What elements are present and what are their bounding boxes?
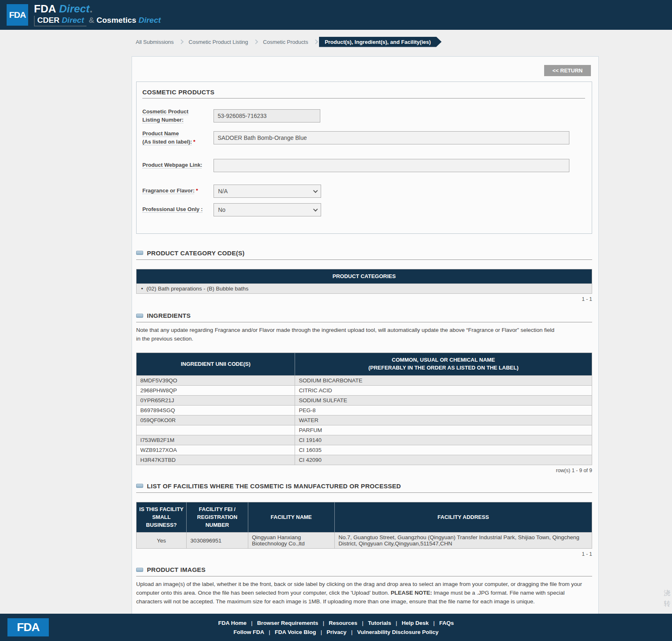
- separator: |: [323, 620, 324, 626]
- divider: [136, 259, 592, 260]
- facilities-table: IS THIS FACILITY SMALL BUSINESS? FACILIT…: [136, 502, 592, 549]
- label-text: Fragrance or Flavor:: [142, 187, 194, 194]
- footer-links-row1: FDA Home|Browser Requirements|Resources|…: [0, 619, 672, 628]
- footer-link-resources[interactable]: Resources: [329, 620, 358, 626]
- listing-number-row: Cosmetic Product Listing Number:: [142, 108, 585, 124]
- footer-link-help-desk[interactable]: Help Desk: [402, 620, 429, 626]
- section-header: PRODUCT IMAGES: [136, 566, 592, 573]
- collapse-icon[interactable]: [136, 251, 143, 255]
- unii-cell: B697894SGQ: [137, 405, 295, 415]
- fragrance-flavor-select[interactable]: N/A: [214, 185, 321, 198]
- table-row: I753WB2F1MCI 19140: [137, 435, 592, 445]
- panel-title: COSMETIC PRODUCTS: [142, 89, 585, 96]
- divider: [136, 492, 592, 493]
- note-bold-text: PLEASE NOTE:: [391, 590, 432, 596]
- chevron-right-icon: [179, 39, 183, 44]
- footer-links: FDA Home|Browser Requirements|Resources|…: [0, 614, 672, 637]
- return-button[interactable]: << RETURN: [544, 65, 591, 76]
- listing-number-label: Cosmetic Product Listing Number:: [142, 108, 214, 124]
- label-text: Product Name: [142, 130, 179, 137]
- chevron-right-icon: [313, 39, 318, 44]
- breadcrumb-cosmetic-product-listing[interactable]: Cosmetic Product Listing: [185, 39, 252, 45]
- column-header-chemical-name: COMMON, USUAL OR CHEMICAL NAME(PREFERABL…: [295, 353, 592, 376]
- column-header-small-business: IS THIS FACILITY SMALL BUSINESS?: [137, 502, 187, 533]
- app-header: FDA FDA Direct. CDER Direct & Cosmetics …: [0, 0, 672, 30]
- breadcrumb-all-submissions[interactable]: All Submissions: [132, 39, 178, 45]
- webpage-link-field[interactable]: [214, 159, 569, 172]
- pagination-label: row(s) 1 - 9 of 9: [136, 468, 592, 473]
- unii-cell: WZB9127XOA: [137, 445, 295, 455]
- fda-footer-logo: FDA: [7, 618, 49, 636]
- breadcrumb-cosmetic-products[interactable]: Cosmetic Products: [259, 39, 312, 45]
- footer-links-row2: Follow FDA|FDA Voice Blog|Privacy|Vulner…: [0, 628, 672, 637]
- label-text: (As listed on label):: [142, 139, 192, 145]
- ingredients-section: INGREDIENTS Note that any update regardi…: [136, 312, 592, 473]
- category-text: (02) Bath preparations - (B) Bubble bath…: [146, 286, 249, 292]
- footer-link-browser-requirements[interactable]: Browser Requirements: [257, 620, 318, 626]
- pagination-label: 1 - 1: [136, 296, 592, 302]
- collapse-icon[interactable]: [136, 484, 143, 488]
- separator: |: [433, 620, 435, 626]
- chevron-down-icon: [313, 188, 318, 192]
- name-cell: PEG-8: [295, 405, 592, 415]
- listing-number-field[interactable]: [214, 109, 320, 122]
- product-name-row: Product Name (As listed on label):*: [142, 130, 585, 146]
- webpage-link-row: Product Webpage Link:: [142, 159, 585, 172]
- column-header-unii: INGREDIENT UNII CODE(S): [137, 353, 295, 376]
- required-asterisk: *: [193, 139, 195, 145]
- section-title: PRODUCT CATEGORY CODE(S): [147, 250, 245, 257]
- facility-name-cell: Qingyuan Hanxiang Biotechnology Co.,ltd: [248, 533, 334, 549]
- brand-dot: .: [89, 2, 92, 15]
- section-header: LIST OF FACILITIES WHERE THE COSMETIC IS…: [136, 483, 592, 490]
- table-row: 8MDF5V39QOSODIUM BICARBONATE: [137, 375, 592, 385]
- footer-link-faqs[interactable]: FAQs: [439, 620, 454, 626]
- footer-link-fda-home[interactable]: FDA Home: [218, 620, 247, 626]
- product-name-field[interactable]: [214, 131, 569, 144]
- footer-link-vulnerability-disclosure[interactable]: Vulnerability Disclosure Policy: [357, 629, 439, 635]
- product-categories-table: PRODUCT CATEGORIES •(02) Bath preparatio…: [136, 269, 592, 294]
- unii-cell: H3R47K3TBD: [137, 455, 295, 465]
- fda-logo: FDA: [7, 4, 28, 26]
- name-cell: CITRIC ACID: [295, 385, 592, 395]
- name-cell: CI 19140: [295, 435, 592, 445]
- table-row: B697894SGQPEG-8: [137, 405, 592, 415]
- ingredients-note: Note that any update regarding Fragrance…: [136, 326, 592, 343]
- professional-use-selected-value: No: [218, 206, 226, 213]
- facilities-section: LIST OF FACILITIES WHERE THE COSMETIC IS…: [136, 483, 592, 557]
- name-cell: PARFUM: [295, 425, 592, 435]
- column-header-facility-name: FACILITY NAME: [248, 502, 334, 533]
- footer-link-follow-fda[interactable]: Follow FDA: [233, 629, 264, 635]
- watermark-char: 浇: [664, 588, 672, 598]
- table-row: WZB9127XOACI 16035: [137, 445, 592, 455]
- brand-cder-direct-text: Direct: [62, 16, 84, 24]
- collapse-icon[interactable]: [136, 314, 143, 318]
- brand-ampersand: &: [89, 16, 94, 24]
- column-header-facility-address: FACILITY ADDRESS: [334, 502, 592, 533]
- footer-link-privacy[interactable]: Privacy: [326, 629, 346, 635]
- table-row: •(02) Bath preparations - (B) Bubble bat…: [137, 284, 592, 294]
- collapse-icon[interactable]: [136, 568, 143, 572]
- cosmetic-products-form: Cosmetic Product Listing Number: Product…: [142, 108, 585, 216]
- facility-address-cell: No.7, Guangtuo Street, Guangzhou (Qingyu…: [334, 533, 592, 549]
- professional-use-select[interactable]: No: [214, 203, 321, 216]
- product-name-label: Product Name (As listed on label):*: [142, 130, 214, 146]
- label-text: Professional Use Only :: [142, 206, 203, 212]
- name-cell: SODIUM SULFATE: [295, 395, 592, 405]
- table-row: 0YPR65R21JSODIUM SULFATE: [137, 395, 592, 405]
- brand-cder-text: CDER: [37, 16, 60, 24]
- name-cell: WATER: [295, 415, 592, 425]
- section-title: INGREDIENTS: [147, 312, 191, 319]
- footer-link-tutorials[interactable]: Tutorials: [368, 620, 391, 626]
- section-header: INGREDIENTS: [136, 312, 592, 319]
- bullet-icon: •: [141, 286, 143, 292]
- table-row: PARFUM: [137, 425, 592, 435]
- brand-title: FDA Direct.: [34, 3, 161, 14]
- table-row: H3R47K3TBDCI 42090: [137, 455, 592, 465]
- cosmetic-products-panel: COSMETIC PRODUCTS Cosmetic Product Listi…: [136, 82, 592, 234]
- unii-cell: [137, 425, 295, 435]
- table-row: Yes 3030896951 Qingyuan Hanxiang Biotech…: [137, 533, 592, 549]
- note-text: in the previous section.: [136, 336, 193, 342]
- column-header: PRODUCT CATEGORIES: [137, 269, 592, 284]
- footer-link-fda-voice-blog[interactable]: FDA Voice Blog: [275, 629, 316, 635]
- brand-subtitle: CDER Direct & Cosmetics Direct: [34, 16, 161, 26]
